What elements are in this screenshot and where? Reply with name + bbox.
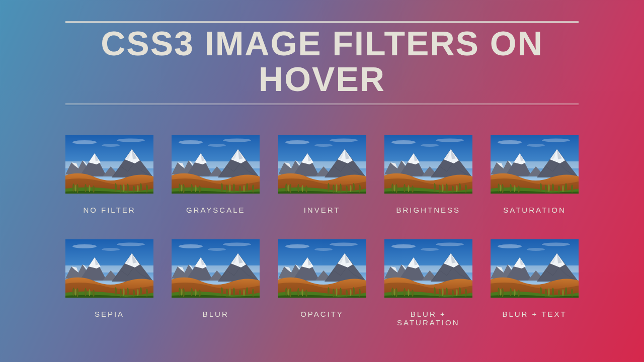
filter-card-brightness[interactable]: BRIGHTNESS [384,135,472,214]
filter-card-opacity[interactable]: OPACITY [278,239,366,327]
filter-thumb [172,135,260,194]
page-title: CSS3 IMAGE FILTERS ON HOVER [65,25,579,101]
filter-label: BLUR [172,310,260,318]
filter-card-no-filter[interactable]: NO FILTER [65,135,153,214]
filter-thumb [65,135,153,194]
filter-card-blur-saturation[interactable]: BLUR + SATURATION [384,239,472,327]
filter-card-sepia[interactable]: SEPIA [65,239,153,327]
filter-label: NO FILTER [65,206,153,214]
filter-card-saturation[interactable]: SATURATION [491,135,579,214]
filter-label: BRIGHTNESS [384,206,472,214]
filter-thumb [65,239,153,298]
filter-thumb [384,135,472,194]
filter-label: GRAYSCALE [172,206,260,214]
filter-thumb [384,239,472,298]
filter-grid: NO FILTER GRAYSCALE INVERT BRIGHTNESS SA… [65,135,579,327]
filter-card-blur-text[interactable]: BLUR + TEXT [491,239,579,327]
filter-card-blur[interactable]: BLUR [172,239,260,327]
filter-card-grayscale[interactable]: GRAYSCALE [172,135,260,214]
filter-label: SATURATION [491,206,579,214]
filter-thumb [491,135,579,194]
filter-label: BLUR + TEXT [491,310,579,318]
filter-thumb [491,239,579,298]
filter-thumb [278,239,366,298]
title-rule-top [65,21,579,23]
filter-card-invert[interactable]: INVERT [278,135,366,214]
filter-label: OPACITY [278,310,366,318]
title-rule-bottom [65,104,579,105]
filter-label: BLUR + SATURATION [384,310,472,327]
filter-label: SEPIA [65,310,153,318]
filter-label: INVERT [278,206,366,214]
filter-thumb [172,239,260,298]
filter-thumb [278,135,366,194]
